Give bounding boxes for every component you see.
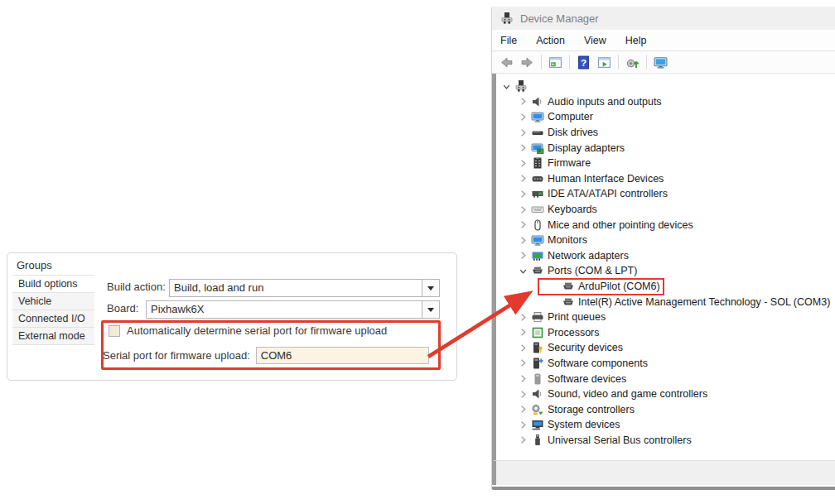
tree-item-label: System devices — [548, 419, 620, 430]
tree-item-security-devices[interactable]: Security devices — [496, 340, 835, 356]
chevron-right-icon[interactable] — [516, 249, 530, 262]
auto-serial-label: Automatically determine serial port for … — [127, 324, 387, 337]
tree-item-display-adapters[interactable]: Display adapters — [496, 140, 835, 156]
board-dropdown-button[interactable] — [422, 301, 439, 318]
toolbar-remote-computer-button[interactable] — [650, 53, 671, 72]
device-manager-icon — [500, 12, 514, 25]
toolbar-forward-button[interactable] — [517, 53, 538, 72]
toolbar-separator — [646, 55, 647, 70]
menu-help[interactable]: Help — [625, 32, 655, 49]
chevron-right-icon[interactable] — [516, 326, 530, 339]
processor-icon — [530, 326, 544, 339]
tree-item-network-adapters[interactable]: Network adapters — [496, 248, 835, 264]
group-item-vehicle[interactable]: Vehicle — [12, 293, 94, 310]
chevron-right-icon[interactable] — [516, 203, 530, 216]
chevron-right-icon[interactable] — [516, 310, 530, 324]
tree-item-sound-video-and-game-controllers[interactable]: Sound, video and game controllers — [496, 386, 835, 402]
toolbar-action-pane-button[interactable] — [594, 53, 615, 72]
chevron-down-icon[interactable] — [516, 264, 530, 277]
chevron-right-icon[interactable] — [516, 357, 530, 370]
chevron-right-icon[interactable] — [516, 341, 530, 354]
toolbar-help-button[interactable]: ? — [573, 53, 594, 72]
device-tree: Audio inputs and outputsComputerDisk dri… — [492, 74, 835, 460]
console-tree-icon — [548, 55, 562, 70]
chevron-right-icon[interactable] — [516, 418, 530, 431]
auto-serial-checkbox[interactable] — [109, 325, 120, 337]
tree-item-computer[interactable]: Computer — [496, 109, 835, 125]
tree-item-system-devices[interactable]: System devices — [496, 417, 835, 433]
tree-item-label: Disk drives — [548, 127, 598, 138]
menu-bar: FileActionViewHelp — [492, 30, 835, 51]
chevron-down-icon — [427, 286, 434, 290]
tree-item-disk-drives[interactable]: Disk drives — [496, 125, 835, 141]
menu-view[interactable]: View — [584, 32, 615, 49]
remote-computer-icon — [654, 55, 668, 70]
chevron-right-icon[interactable] — [516, 110, 530, 123]
chevron-right-icon[interactable] — [516, 172, 530, 185]
chevron-right-icon[interactable] — [516, 142, 530, 155]
menu-file[interactable]: File — [500, 32, 525, 49]
tree-item-audio-inputs-and-outputs[interactable]: Audio inputs and outputs — [496, 94, 835, 110]
titlebar[interactable]: Device Manager — [492, 7, 835, 30]
tree-item-root[interactable] — [496, 79, 835, 94]
build-action-combobox[interactable]: Build, load and run — [169, 279, 440, 297]
toolbar-console-tree-button[interactable] — [545, 53, 566, 72]
chevron-right-icon[interactable] — [516, 187, 530, 200]
chip-icon — [530, 156, 544, 170]
tree-item-label: Universal Serial Bus controllers — [548, 434, 692, 446]
board-combobox[interactable]: Pixhawk6X — [146, 300, 440, 319]
tree-item-mice-and-other-pointing-devices[interactable]: Mice and other pointing devices — [496, 217, 835, 233]
tree-item-label: Network adapters — [548, 250, 629, 262]
chevron-right-icon[interactable] — [516, 434, 530, 447]
serial-port-input[interactable] — [256, 347, 429, 364]
build-action-value: Build, load and run — [170, 280, 422, 296]
chevron-right-icon[interactable] — [516, 372, 530, 386]
tree-item-intel-r-active-management-technology-sol-com3[interactable]: Intel(R) Active Management Technology - … — [496, 294, 835, 310]
group-item-build-options[interactable]: Build options — [12, 276, 94, 293]
tree-item-ide-ata-atapi-controllers[interactable]: IDE ATA/ATAPI controllers — [496, 186, 835, 202]
chevron-right-icon[interactable] — [516, 218, 530, 232]
chevron-right-icon[interactable] — [516, 233, 530, 247]
tree-item-software-devices[interactable]: Software devices — [496, 371, 835, 386]
monitor-icon — [530, 110, 544, 123]
tree-item-processors[interactable]: Processors — [496, 325, 835, 341]
ide-controller-icon — [530, 187, 544, 200]
tree-item-ardupilot-com6[interactable]: ArduPilot (COM6) — [496, 279, 835, 295]
tree-item-monitors[interactable]: Monitors — [496, 233, 835, 248]
tree-item-label: Display adapters — [548, 142, 625, 154]
tree-item-human-interface-devices[interactable]: Human Interface Devices — [496, 171, 835, 187]
tree-item-label: Keyboards — [548, 204, 597, 215]
tree-item-label: Firmware — [548, 157, 591, 169]
chevron-right-icon[interactable] — [516, 403, 530, 416]
tree-item-label: Processors — [548, 327, 600, 338]
tree-item-firmware[interactable]: Firmware — [496, 156, 835, 171]
screenshot-stage: Groups Build optionsVehicleConnected I/O… — [0, 0, 835, 504]
tree-item-universal-serial-bus-controllers[interactable]: Universal Serial Bus controllers — [496, 433, 835, 449]
chevron-spacer — [547, 280, 561, 293]
tree-item-label: Computer — [548, 111, 593, 122]
scan-hardware-icon — [625, 55, 640, 70]
group-item-external-mode[interactable]: External mode — [12, 328, 94, 345]
toolbar: ? — [492, 51, 835, 74]
serial-port-icon — [561, 280, 575, 293]
chevron-right-icon[interactable] — [516, 156, 530, 170]
chevron-down-icon[interactable] — [500, 79, 514, 93]
group-item-connected-i-o[interactable]: Connected I/O — [12, 310, 94, 328]
help-icon: ? — [577, 55, 591, 70]
chevron-right-icon[interactable] — [516, 126, 530, 139]
toolbar-back-button[interactable] — [496, 53, 517, 72]
tree-item-software-components[interactable]: Software components — [496, 356, 835, 372]
chevron-right-icon[interactable] — [516, 387, 530, 401]
usb-icon — [530, 434, 544, 447]
tree-item-storage-controllers[interactable]: Storage controllers — [496, 401, 835, 417]
security-device-icon — [530, 341, 544, 354]
chevron-right-icon[interactable] — [516, 95, 530, 108]
tree-item-print-queues[interactable]: Print queues — [496, 310, 835, 325]
build-action-dropdown-button[interactable] — [422, 280, 439, 296]
toolbar-scan-hardware-button[interactable] — [622, 53, 643, 72]
tree-item-keyboards[interactable]: Keyboards — [496, 202, 835, 218]
hardware-config-panel: Groups Build optionsVehicleConnected I/O… — [7, 252, 457, 381]
tree-item-ports-com-lpt[interactable]: Ports (COM & LPT) — [496, 263, 835, 279]
menu-action[interactable]: Action — [536, 32, 573, 49]
display-adapter-icon — [530, 142, 544, 155]
